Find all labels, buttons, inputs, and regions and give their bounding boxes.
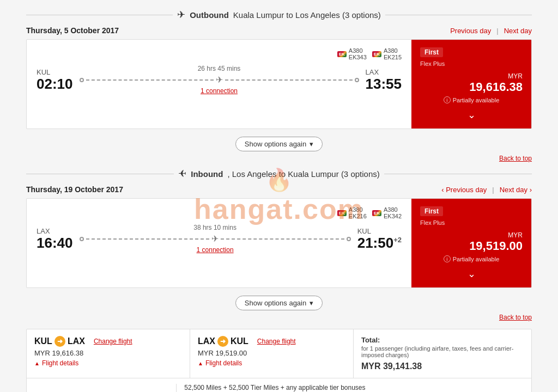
- inbound-a1-flight: EK216: [349, 213, 367, 219]
- outbound-route: Kuala Lumpur to Los Angeles (3 options): [233, 10, 381, 20]
- inbound-show-options-chevron: ▾: [310, 299, 313, 307]
- outbound-dest: LAX 13:55: [366, 68, 402, 92]
- inbound-day-nav: Thursday, 19 October 2017 ‹ Previous day…: [26, 185, 532, 194]
- outbound-nav-links: Previous day | Next day: [450, 27, 532, 35]
- summary-total-col: Total: for 1 passenger (including airfar…: [354, 329, 531, 378]
- inbound-divider-right: [384, 174, 532, 174]
- outbound-currency: MYR: [420, 72, 523, 80]
- outbound-fare-sub: Flex Plus: [420, 60, 445, 67]
- outbound-section-header: ✈ OutboundKuala Lumpur to Los Angeles (3…: [26, 9, 532, 21]
- inbound-airline-2: EK A380 EK342: [372, 206, 402, 219]
- outbound-date: Thursday, 5 October 2017: [26, 26, 119, 35]
- inbound-availability: Partially available: [453, 256, 500, 262]
- inbound-flight-info: LAX 16:40 38 hrs 10 mins ✈ 1 connection: [37, 224, 402, 254]
- ek-logo-1: EK: [337, 51, 347, 57]
- outbound-availability-row: i Partially available: [444, 96, 500, 103]
- summary-bar: KUL ➜ LAX Change flight MYR 19,616.38 ▲ …: [26, 329, 532, 392]
- inbound-title: Inbound: [191, 169, 223, 179]
- outbound-expand-chevron[interactable]: ⌄: [468, 109, 476, 121]
- inbound-arrive-time-value: 21:50: [357, 235, 394, 251]
- page-wrapper: ✈ OutboundKuala Lumpur to Los Angeles (3…: [17, 0, 541, 392]
- plane-icon-inbound: ✈: [178, 168, 186, 180]
- summary-inbound-route: LAX ➜ KUL: [198, 336, 248, 347]
- outbound-next-day[interactable]: Next day: [504, 27, 532, 35]
- outbound-day-nav: Thursday, 5 October 2017 Previous day | …: [26, 26, 532, 35]
- outbound-path-line: ✈: [80, 75, 359, 85]
- inbound-a1-type: A380 EK216: [349, 206, 367, 219]
- inbound-flight-left: EK A380 EK216 EK A380 EK342 LAX: [27, 199, 411, 287]
- outbound-path: 26 hrs 45 mins ✈ 1 connection: [73, 65, 366, 95]
- inbound-next-day[interactable]: Next day ›: [500, 186, 532, 194]
- outbound-prev-day[interactable]: Previous day: [450, 27, 491, 35]
- outbound-airline-2: EK A380 EK215: [372, 47, 402, 60]
- outbound-info-icon: i: [444, 96, 451, 103]
- outbound-fare-panel[interactable]: First Flex Plus MYR 19,616.38 i Partiall…: [411, 40, 531, 128]
- inbound-expand-chevron[interactable]: ⌄: [468, 268, 476, 280]
- summary-bottom: Skywards Miles 52,500 Miles + 52,500 Tie…: [27, 378, 531, 392]
- outbound-origin: KUL 02:10: [37, 68, 73, 92]
- ek-logo-4: EK: [372, 210, 381, 216]
- summary-lax2: LAX: [198, 336, 215, 346]
- inbound-route-text: , Los Angeles to Kuala Lumpur (3 options…: [227, 169, 379, 179]
- inbound-path-dot-right: [347, 237, 351, 241]
- inbound-prev-day[interactable]: ‹ Previous day: [441, 186, 487, 194]
- outbound-flight-details-label: Flight details: [42, 359, 78, 367]
- inbound-section-header: ✈ Inbound, Los Angeles to Kuala Lumpur (…: [26, 168, 532, 180]
- outbound-a2-type: A380 EK215: [384, 47, 402, 60]
- summary-kul: KUL: [34, 336, 52, 346]
- inbound-from-code: LAX: [37, 227, 73, 235]
- outbound-back-to-top[interactable]: Back to top: [26, 155, 532, 162]
- miles-details-col: 52,500 Miles + 52,500 Tier Miles + any a…: [176, 384, 453, 392]
- outbound-airline-badges: EK A380 EK343 EK A380 EK215: [37, 47, 402, 60]
- summary-total-label: Total:: [361, 336, 524, 344]
- outbound-show-options-row: Show options again ▾: [26, 137, 532, 151]
- summary-outbound-arrow: ➜: [54, 336, 65, 347]
- outbound-from-code: KUL: [37, 68, 73, 76]
- inbound-to-code: KUL: [357, 227, 402, 235]
- inbound-duration: 38 hrs 10 mins: [193, 224, 236, 231]
- inbound-fare-panel[interactable]: First Flex Plus MYR 19,519.00 i Partiall…: [411, 199, 531, 287]
- inbound-path-dot-left: [80, 237, 84, 241]
- summary-inbound-arrow: ➜: [217, 336, 228, 347]
- outbound-path-dot-right: [355, 78, 359, 82]
- outbound-show-options-chevron: ▾: [310, 140, 313, 148]
- inbound-back-to-top[interactable]: Back to top: [26, 314, 532, 321]
- outbound-availability: Partially available: [453, 97, 500, 103]
- summary-inbound-route-row: LAX ➜ KUL Change flight: [198, 336, 345, 347]
- inbound-airline-badges: EK A380 EK216 EK A380 EK342: [37, 206, 402, 219]
- inbound-price-block: MYR 19,519.00: [420, 231, 523, 253]
- summary-lax: LAX: [68, 336, 85, 346]
- outbound-tri-icon: ▲: [34, 360, 40, 366]
- inbound-a2-code: A380: [384, 206, 398, 213]
- inbound-arrive-time: 21:50+2: [357, 235, 402, 251]
- inbound-tri-icon: ▲: [198, 360, 203, 366]
- outbound-path-dashes-right: [225, 79, 353, 81]
- outbound-flight-info: KUL 02:10 26 hrs 45 mins ✈ 1 connection: [37, 65, 402, 95]
- outbound-a2-flight: EK215: [384, 54, 402, 60]
- summary-inbound-details-link[interactable]: ▲ Flight details: [198, 359, 345, 367]
- inbound-date: Thursday, 19 October 2017: [26, 185, 123, 194]
- summary-outbound-details-link[interactable]: ▲ Flight details: [34, 359, 182, 367]
- outbound-a1-type: A380 EK343: [349, 47, 367, 60]
- summary-total-sub: for 1 passenger (including airfare, taxe…: [361, 345, 524, 358]
- summary-outbound-route: KUL ➜ LAX: [34, 336, 85, 347]
- outbound-show-options-btn[interactable]: Show options again ▾: [235, 137, 323, 151]
- outbound-show-options-label: Show options again: [245, 140, 306, 148]
- outbound-price: 19,616.38: [420, 80, 523, 94]
- summary-kul2: KUL: [231, 336, 248, 346]
- outbound-duration: 26 hrs 45 mins: [198, 65, 241, 72]
- plane-icon-outbound: ✈: [177, 9, 185, 21]
- outbound-path-dot-left: [80, 78, 84, 82]
- inbound-dest: KUL 21:50+2: [357, 227, 402, 251]
- ek-logo-3: EK: [337, 210, 347, 216]
- inbound-show-options-btn[interactable]: Show options again ▾: [235, 296, 323, 310]
- inbound-path: 38 hrs 10 mins ✈ 1 connection: [73, 224, 357, 254]
- summary-inbound-change[interactable]: Change flight: [257, 338, 296, 345]
- summary-outbound-change[interactable]: Change flight: [94, 338, 132, 345]
- outbound-path-dashes-left: [86, 79, 214, 81]
- inbound-nav-links: ‹ Previous day | Next day ›: [441, 186, 532, 194]
- summary-inbound-price: MYR 19,519.00: [198, 349, 345, 357]
- inbound-connection[interactable]: 1 connection: [197, 246, 234, 254]
- outbound-connection[interactable]: 1 connection: [201, 87, 238, 95]
- inbound-price: 19,519.00: [420, 239, 523, 253]
